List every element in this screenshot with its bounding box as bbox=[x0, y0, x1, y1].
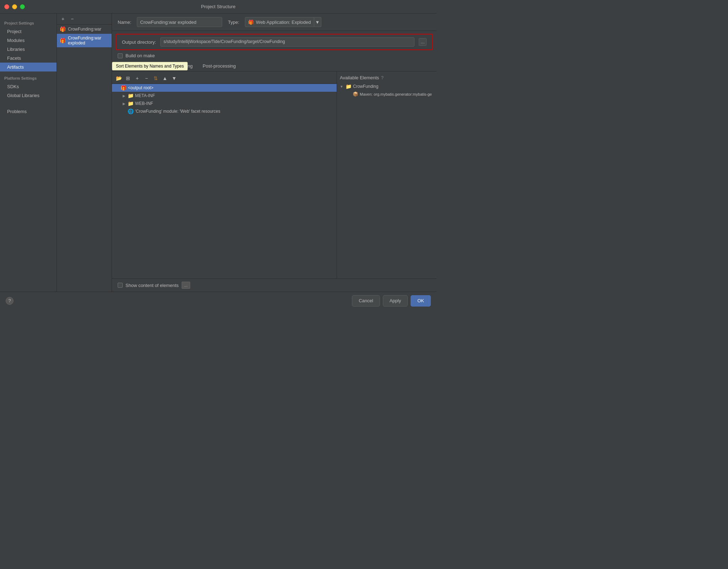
meta-inf-label: META-INF bbox=[135, 93, 155, 98]
sidebar-item-facets[interactable]: Facets bbox=[0, 54, 57, 63]
tree-arrow-web: ▶ bbox=[122, 102, 126, 106]
tree-arrow-meta: ▶ bbox=[122, 94, 126, 98]
artifact-item-war-exploded[interactable]: 🎁 CrowFunding:war exploded bbox=[57, 34, 112, 47]
available-elements-panel: Available Elements ? ▼ 📁 CrowFunding 📦 M… bbox=[337, 71, 437, 278]
crowdfunding-web-label: 'CrowFunding' module: 'Web' facet resour… bbox=[135, 109, 220, 114]
sidebar-item-project[interactable]: Project bbox=[0, 27, 57, 36]
av-arrow-crowdfunding: ▼ bbox=[340, 85, 344, 89]
tab-post-processing[interactable]: Post-processing bbox=[198, 61, 241, 71]
web-inf-label: WEB-INF bbox=[135, 101, 153, 106]
artifact-item-war[interactable]: 🎁 CrowFunding:war bbox=[57, 25, 112, 34]
tree-toolbar: 📂 ⊞ + − ⇅ ▲ ▼ bbox=[112, 73, 337, 84]
name-type-row: Name: Type: 🎁 Web Application: Exploded … bbox=[112, 14, 437, 31]
build-on-make-label: Build on make bbox=[125, 53, 155, 58]
show-content-options-button[interactable]: … bbox=[182, 282, 190, 289]
available-item-maven-mybatis[interactable]: 📦 Maven: org.mybatis.generator:mybatis-g… bbox=[337, 90, 437, 98]
title-bar: Project Structure bbox=[0, 0, 437, 14]
web-inf-icon: 📁 bbox=[128, 101, 134, 106]
type-icon: 🎁 bbox=[248, 20, 254, 25]
add-element-button[interactable]: + bbox=[133, 74, 141, 82]
artifact-list: 🎁 CrowFunding:war 🎁 CrowFunding:war expl… bbox=[57, 25, 112, 292]
sidebar-item-problems[interactable]: Problems bbox=[0, 107, 57, 116]
tree-item-crowdfunding-web[interactable]: 🌐 'CrowFunding' module: 'Web' facet reso… bbox=[112, 107, 337, 115]
gift-icon-exploded: 🎁 bbox=[60, 38, 66, 43]
help-button[interactable]: ? bbox=[6, 297, 14, 305]
remove-element-button[interactable]: − bbox=[143, 74, 150, 82]
build-on-make-checkbox[interactable] bbox=[118, 53, 123, 58]
bottom-bar: ? Cancel Apply OK bbox=[0, 292, 437, 309]
av-crowdfunding-label: CrowFunding bbox=[353, 84, 378, 89]
output-dir-browse-button[interactable]: … bbox=[419, 38, 427, 46]
sidebar-item-modules[interactable]: Modules bbox=[0, 36, 57, 45]
content-area: Name: Type: 🎁 Web Application: Exploded … bbox=[112, 14, 437, 292]
output-dir-input[interactable]: s/study/IntellijWorkspace/Tide/CrowFundi… bbox=[160, 37, 414, 47]
sidebar-item-global-libraries[interactable]: Global Libraries bbox=[0, 91, 57, 100]
sort-button[interactable]: ⇅ bbox=[152, 74, 160, 82]
artifacts-panel: + − 🎁 CrowFunding:war 🎁 CrowFunding:war … bbox=[57, 14, 112, 292]
cancel-button[interactable]: Cancel bbox=[352, 295, 380, 307]
tree-item-web-inf[interactable]: ▶ 📁 WEB-INF bbox=[112, 100, 337, 107]
traffic-lights[interactable] bbox=[4, 4, 25, 9]
meta-inf-icon: 📁 bbox=[128, 93, 134, 99]
name-label: Name: bbox=[118, 20, 131, 25]
show-content-checkbox[interactable] bbox=[118, 283, 123, 288]
av-maven-label: Maven: org.mybatis.generator:mybatis-ge bbox=[360, 92, 432, 96]
sidebar: Project Settings Project Modules Librari… bbox=[0, 14, 57, 292]
remove-artifact-button[interactable]: − bbox=[68, 15, 76, 23]
sort-tooltip: Sort Elements by Names and Types bbox=[112, 62, 188, 70]
sidebar-item-sdks[interactable]: SDKs bbox=[0, 82, 57, 91]
move-down-button[interactable]: ▼ bbox=[170, 74, 178, 82]
output-dir-row: Output directory: s/study/IntellijWorksp… bbox=[116, 34, 433, 50]
bottom-left: ? bbox=[6, 297, 349, 305]
build-on-make-row: Build on make bbox=[112, 52, 437, 60]
type-dropdown-button[interactable]: ▼ bbox=[314, 17, 321, 27]
artifact-item-war-label: CrowFunding:war bbox=[68, 27, 101, 32]
minimize-button[interactable] bbox=[12, 4, 17, 9]
add-artifact-button[interactable]: + bbox=[59, 15, 67, 23]
help-available-icon: ? bbox=[381, 75, 384, 80]
output-root-label: <output root> bbox=[128, 85, 153, 90]
tabs-row: Output Layout Pre-processing Post-proces… bbox=[112, 61, 437, 71]
artifact-item-war-exploded-label: CrowFunding:war exploded bbox=[68, 36, 109, 46]
type-value: Web Application: Exploded bbox=[256, 20, 311, 25]
type-select[interactable]: 🎁 Web Application: Exploded bbox=[245, 17, 314, 27]
artifacts-toolbar: + − bbox=[57, 14, 112, 25]
available-elements-header: Available Elements ? bbox=[337, 73, 437, 83]
sidebar-item-artifacts[interactable]: Artifacts bbox=[0, 63, 57, 71]
available-elements-label: Available Elements bbox=[340, 75, 379, 80]
output-layout-tree-panel: 📂 ⊞ + − ⇅ ▲ ▼ 🎁 <output root> ▶ bbox=[112, 71, 337, 278]
av-folder-icon: 📁 bbox=[346, 84, 352, 89]
apply-button[interactable]: Apply bbox=[383, 295, 408, 307]
av-maven-icon: 📦 bbox=[353, 91, 358, 97]
close-button[interactable] bbox=[4, 4, 9, 9]
show-content-row: Show content of elements … bbox=[112, 278, 437, 292]
ok-button[interactable]: OK bbox=[411, 295, 431, 307]
tree-item-output-root[interactable]: 🎁 <output root> bbox=[112, 84, 337, 92]
move-up-button[interactable]: ▲ bbox=[161, 74, 169, 82]
type-select-wrapper: 🎁 Web Application: Exploded ▼ bbox=[245, 17, 321, 27]
gift-icon: 🎁 bbox=[60, 26, 66, 32]
window-title: Project Structure bbox=[201, 4, 236, 9]
available-item-crowdfunding[interactable]: ▼ 📁 CrowFunding bbox=[337, 83, 437, 90]
open-folder-button[interactable]: 📂 bbox=[115, 74, 123, 82]
output-root-icon: 🎁 bbox=[121, 85, 127, 91]
type-label: Type: bbox=[228, 20, 239, 25]
name-input[interactable] bbox=[137, 17, 222, 27]
maximize-button[interactable] bbox=[20, 4, 25, 9]
show-content-label: Show content of elements bbox=[125, 283, 179, 288]
tree-item-meta-inf[interactable]: ▶ 📁 META-INF bbox=[112, 92, 337, 100]
output-dir-label: Output directory: bbox=[122, 39, 156, 45]
web-facet-icon: 🌐 bbox=[128, 108, 134, 114]
project-settings-section: Project Settings bbox=[0, 19, 57, 27]
platform-settings-section: Platform Settings bbox=[0, 74, 57, 82]
sidebar-item-libraries[interactable]: Libraries bbox=[0, 45, 57, 54]
tree-view-button[interactable]: ⊞ bbox=[124, 74, 132, 82]
tab-content: 📂 ⊞ + − ⇅ ▲ ▼ 🎁 <output root> ▶ bbox=[112, 71, 437, 278]
